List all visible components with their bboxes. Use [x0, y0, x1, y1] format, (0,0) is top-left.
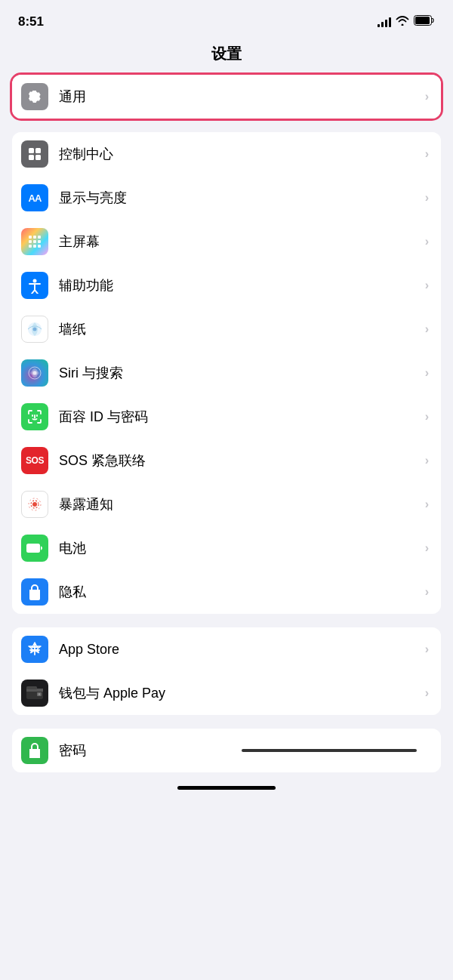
section-main: 控制中心 › AA 显示与亮度 › 主屏幕 ›	[12, 132, 441, 614]
section-password: 密码	[12, 729, 441, 772]
row-faceid[interactable]: 面容 ID 与密码 ›	[12, 395, 441, 439]
chevron-general: ›	[425, 90, 429, 103]
page-title: 设置	[0, 38, 453, 75]
svg-point-29	[39, 693, 40, 695]
row-battery[interactable]: 电池 ›	[12, 526, 441, 570]
svg-rect-9	[29, 240, 32, 243]
svg-rect-3	[35, 148, 41, 153]
section-apps: App Store › 钱包与 Apple Pay ›	[12, 627, 441, 715]
svg-rect-13	[33, 245, 36, 248]
status-time: 8:51	[18, 14, 44, 29]
svg-point-15	[33, 279, 37, 283]
svg-rect-24	[26, 544, 40, 553]
row-homescreen[interactable]: 主屏幕 ›	[12, 220, 441, 263]
row-accessibility[interactable]: 辅助功能 ›	[12, 263, 441, 307]
row-sos[interactable]: SOS SOS 紧急联络 ›	[12, 439, 441, 482]
row-sos-label: SOS 紧急联络	[59, 451, 421, 470]
row-display-label: 显示与亮度	[59, 189, 421, 207]
row-general[interactable]: 通用 ›	[12, 75, 441, 119]
chevron-wallpaper: ›	[425, 322, 429, 336]
row-password[interactable]: 密码	[12, 729, 441, 772]
svg-rect-7	[33, 236, 36, 239]
svg-rect-14	[38, 245, 41, 248]
chevron-display: ›	[425, 191, 429, 205]
row-siri[interactable]: Siri 与搜索 ›	[12, 351, 441, 395]
chevron-faceid: ›	[425, 410, 429, 424]
section-general: 通用 ›	[12, 75, 441, 119]
row-wallpaper-label: 墙纸	[59, 320, 421, 338]
row-general-label: 通用	[59, 88, 421, 106]
row-homescreen-label: 主屏幕	[59, 233, 421, 251]
chevron-homescreen: ›	[425, 235, 429, 248]
chevron-accessibility: ›	[425, 279, 429, 292]
svg-rect-31	[34, 753, 35, 755]
icon-exposure	[21, 491, 48, 518]
chevron-exposure: ›	[425, 498, 429, 511]
row-appstore-label: App Store	[59, 642, 421, 658]
row-appstore[interactable]: App Store ›	[12, 627, 441, 671]
svg-rect-4	[29, 155, 34, 160]
chevron-siri: ›	[425, 366, 429, 380]
chevron-wallet: ›	[425, 686, 429, 700]
svg-rect-2	[29, 148, 34, 153]
icon-faceid	[21, 403, 48, 430]
icon-privacy	[21, 578, 48, 606]
svg-rect-5	[35, 155, 41, 160]
icon-appstore	[21, 636, 48, 663]
row-wallet-label: 钱包与 Apple Pay	[59, 684, 421, 702]
svg-rect-11	[38, 240, 41, 243]
icon-general	[21, 83, 48, 110]
row-exposure-label: 暴露通知	[59, 495, 421, 513]
signal-icon	[378, 17, 391, 27]
icon-display: AA	[21, 184, 48, 211]
row-password-label: 密码	[59, 741, 234, 760]
row-accessibility-label: 辅助功能	[59, 276, 421, 294]
status-bar: 8:51	[0, 0, 453, 38]
status-icons	[378, 15, 435, 29]
icon-sos: SOS	[21, 447, 48, 474]
svg-rect-27	[26, 686, 37, 689]
icon-homescreen	[21, 228, 48, 255]
row-faceid-label: 面容 ID 与密码	[59, 408, 421, 426]
svg-rect-8	[38, 236, 41, 239]
svg-rect-6	[29, 236, 32, 239]
svg-point-21	[32, 502, 37, 507]
battery-icon	[414, 15, 435, 29]
row-siri-label: Siri 与搜索	[59, 364, 421, 382]
row-control-center-label: 控制中心	[59, 145, 421, 163]
row-control-center[interactable]: 控制中心 ›	[12, 132, 441, 176]
icon-wallpaper	[21, 316, 48, 343]
icon-battery	[21, 535, 48, 562]
chevron-control-center: ›	[425, 147, 429, 161]
icon-accessibility	[21, 272, 48, 299]
chevron-battery: ›	[425, 541, 429, 555]
svg-rect-1	[415, 17, 430, 24]
wifi-icon	[396, 15, 409, 29]
svg-rect-10	[33, 240, 36, 243]
icon-siri	[21, 359, 48, 387]
chevron-appstore: ›	[425, 643, 429, 656]
row-display[interactable]: AA 显示与亮度 ›	[12, 176, 441, 220]
row-battery-label: 电池	[59, 539, 421, 557]
row-wallpaper[interactable]: 墙纸 ›	[12, 307, 441, 351]
chevron-sos: ›	[425, 454, 429, 467]
row-privacy[interactable]: 隐私 ›	[12, 570, 441, 614]
svg-point-20	[33, 371, 37, 375]
icon-password	[21, 737, 48, 764]
home-indicator	[177, 786, 276, 790]
row-privacy-label: 隐私	[59, 583, 421, 601]
icon-control-center	[21, 140, 48, 168]
svg-rect-12	[29, 245, 32, 248]
row-exposure[interactable]: 暴露通知 ›	[12, 482, 441, 526]
row-wallet[interactable]: 钱包与 Apple Pay ›	[12, 671, 441, 715]
svg-point-16	[33, 328, 37, 331]
chevron-privacy: ›	[425, 585, 429, 599]
icon-wallet	[21, 680, 48, 707]
